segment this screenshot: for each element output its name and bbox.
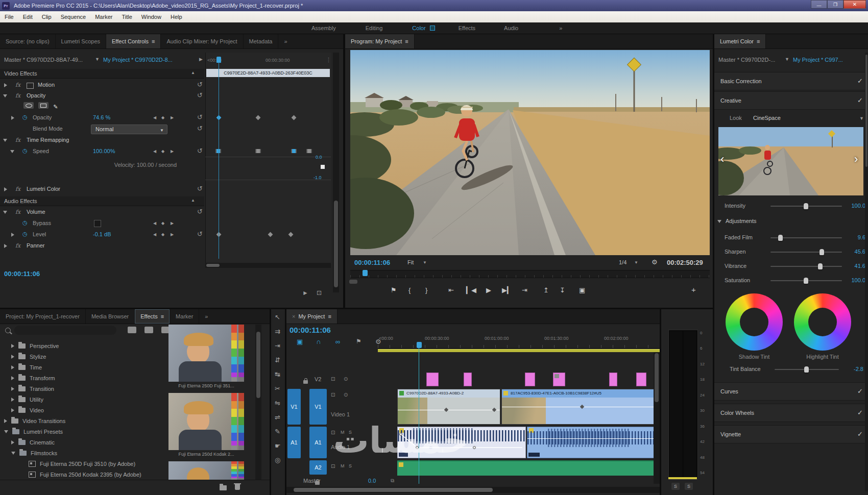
tree-item-fuji-2395[interactable]: Fuji Eterna 250d Kodak 2395 (by Adobe)	[29, 469, 141, 480]
panel-menu-icon[interactable]: ≡	[328, 313, 331, 319]
graphic-clip[interactable]	[609, 373, 617, 386]
add-marker-icon[interactable]: ⚑	[356, 338, 361, 345]
tree-item-video[interactable]: Video	[11, 405, 44, 415]
add-marker-icon[interactable]: ⚑	[391, 286, 397, 294]
track-output-eye-icon[interactable]: ⊙	[344, 376, 348, 382]
play-around-icon[interactable]: ►	[302, 289, 308, 296]
reset-icon[interactable]: ↺	[197, 208, 203, 215]
reset-icon[interactable]: ↺	[197, 125, 203, 132]
expander-icon[interactable]	[4, 419, 7, 423]
effect-name[interactable]: Time Remapping	[27, 137, 69, 143]
expander-icon[interactable]	[11, 365, 14, 369]
chevron-down-icon[interactable]: ▼	[634, 260, 638, 265]
workspace-tab-effects[interactable]: Effects	[459, 25, 475, 31]
graphic-clip[interactable]	[525, 373, 535, 386]
expander-icon[interactable]	[11, 398, 14, 402]
speed-keyframe-icon[interactable]	[255, 149, 261, 153]
maximize-button[interactable]: ❐	[827, 0, 843, 9]
slider-value[interactable]: 100.0	[842, 203, 865, 209]
toggle-effects-icon[interactable]: ⊡	[317, 289, 322, 296]
close-sequence-icon[interactable]: ×	[292, 313, 295, 319]
collapse-icon[interactable]: ▲	[191, 70, 195, 75]
tab-lumetri-scopes[interactable]: Lumetri Scopes	[56, 34, 106, 48]
extract-icon[interactable]: ↧	[560, 286, 565, 294]
check-icon[interactable]: ✓	[857, 409, 863, 416]
menu-help[interactable]: Help	[166, 14, 187, 20]
panel-menu-icon[interactable]: ≡	[152, 38, 155, 44]
tab-lumetri-color[interactable]: Lumetri Color ≡	[714, 34, 766, 48]
menu-sequence[interactable]: Sequence	[56, 14, 91, 20]
expander-icon[interactable]	[11, 116, 14, 120]
tab-markers[interactable]: Marker	[170, 309, 199, 324]
previous-look-icon[interactable]: ‹	[720, 153, 724, 166]
export-frame-icon[interactable]: ▣	[579, 286, 585, 294]
stopwatch-icon[interactable]: ◷	[22, 147, 28, 154]
workspace-tab-audio[interactable]: Audio	[504, 25, 518, 31]
expander-icon[interactable]	[11, 452, 15, 455]
tree-item-stylize[interactable]: Stylize	[11, 352, 46, 362]
add-keyframe-icon[interactable]: ◆	[161, 232, 164, 237]
step-forward-icon[interactable]: ▶▎	[502, 286, 512, 294]
expander-icon[interactable]	[4, 83, 7, 87]
graphic-clip[interactable]	[464, 373, 472, 386]
selection-tool[interactable]: ↖	[275, 313, 280, 321]
section-curves[interactable]: Curves ✓	[714, 382, 868, 401]
adjustments-label[interactable]: Adjustments	[726, 218, 757, 224]
prev-keyframe-icon[interactable]: ◀	[153, 149, 156, 154]
look-value[interactable]: CineSpace	[753, 115, 781, 121]
preset-thumbnail-2[interactable]	[168, 393, 244, 450]
menu-marker[interactable]: Marker	[90, 14, 117, 20]
graphic-clip[interactable]	[426, 373, 439, 386]
expander-icon[interactable]	[10, 150, 14, 153]
pen-mask-icon[interactable]: ✎	[53, 104, 61, 110]
search-input[interactable]	[14, 326, 116, 335]
minimize-button[interactable]: —	[811, 0, 827, 9]
step-back-icon[interactable]: ▎◀	[466, 286, 476, 294]
tree-item-lumetri-presets[interactable]: Lumetri Presets	[4, 427, 63, 437]
slider-value[interactable]: 9.6	[842, 234, 865, 240]
chevron-down-icon[interactable]: ▼	[785, 57, 789, 62]
menu-edit[interactable]: Edit	[18, 14, 37, 20]
chevron-down-icon[interactable]: ▼	[859, 116, 864, 121]
source-patch-v1[interactable]: V1	[287, 389, 301, 425]
mark-in-icon[interactable]: {	[408, 286, 411, 294]
slider-value[interactable]: 45.6	[842, 249, 865, 255]
volume-rubber-band[interactable]	[527, 438, 659, 439]
section-basic-correction[interactable]: Basic Correction ✓	[714, 72, 868, 90]
graphic-clip[interactable]	[553, 373, 565, 386]
saturation-slider[interactable]	[770, 280, 842, 281]
tab-effects[interactable]: Effects ≡	[135, 309, 170, 324]
reset-icon[interactable]: ↺	[197, 147, 203, 155]
menu-file[interactable]: File	[0, 14, 18, 20]
prev-keyframe-icon[interactable]: ◀	[153, 232, 156, 237]
expander-icon[interactable]	[3, 139, 7, 142]
expander-icon[interactable]	[4, 187, 7, 191]
playback-resolution-dropdown[interactable]: 1/4	[619, 259, 626, 265]
stopwatch-icon[interactable]: ◷	[22, 114, 28, 120]
effect-name[interactable]: Motion	[38, 82, 55, 88]
lumetri-scrollbar[interactable]	[865, 53, 868, 491]
section-creative[interactable]: Creative ✓	[714, 91, 868, 110]
ec-lane-menu-icon[interactable]: ⋮	[326, 57, 331, 63]
tab-metadata[interactable]: Metadata	[244, 34, 279, 48]
panel-menu-icon[interactable]: ≡	[161, 313, 164, 319]
keyframe-icon[interactable]	[288, 232, 294, 237]
add-keyframe-icon[interactable]: ◆	[161, 221, 164, 226]
add-keyframe-icon[interactable]: ◆	[161, 115, 164, 120]
program-playhead[interactable]	[363, 270, 368, 276]
slider-value[interactable]: 100.0	[842, 277, 865, 283]
tree-item-transform[interactable]: Transform	[11, 373, 55, 383]
keyframe-icon[interactable]	[292, 115, 297, 120]
workspace-overflow-icon[interactable]: »	[559, 25, 562, 31]
slider-value[interactable]: 41.6	[842, 263, 865, 269]
reset-icon[interactable]: ↺	[197, 185, 203, 192]
tree-item-perspective[interactable]: Perspective	[11, 341, 59, 351]
menu-clip[interactable]: Clip	[37, 14, 56, 20]
solo-left-button[interactable]: S	[671, 483, 680, 490]
tree-item-fuji-3510[interactable]: Fuji Eterna 250D Fuji 3510 (by Adobe)	[29, 459, 135, 469]
tree-item-video-transitions[interactable]: Video Transitions	[4, 416, 65, 426]
master-fit-icon[interactable]: ⧉	[391, 478, 394, 484]
shadow-tint-wheel[interactable]	[726, 293, 783, 351]
velocity-handle[interactable]	[321, 165, 325, 169]
ec-horizontal-scrollbar[interactable]	[205, 263, 331, 268]
